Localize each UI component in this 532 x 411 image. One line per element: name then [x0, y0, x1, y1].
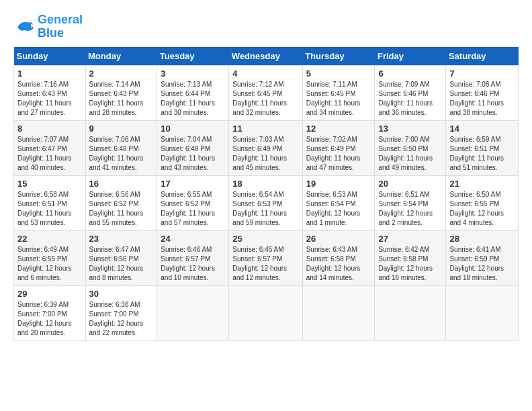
calendar-day: 4Sunrise: 7:12 AM Sunset: 6:45 PM Daylig… [229, 65, 302, 120]
calendar-day: 22Sunrise: 6:49 AM Sunset: 6:55 PM Dayli… [14, 230, 86, 285]
calendar-day: 10Sunrise: 7:04 AM Sunset: 6:48 PM Dayli… [157, 120, 229, 175]
calendar-day: 6Sunrise: 7:09 AM Sunset: 6:46 PM Daylig… [375, 65, 446, 120]
calendar-day: 11Sunrise: 7:03 AM Sunset: 6:49 PM Dayli… [229, 120, 302, 175]
calendar-day [229, 285, 302, 340]
calendar-day: 9Sunrise: 7:06 AM Sunset: 6:48 PM Daylig… [85, 120, 157, 175]
weekday-header: Monday [85, 47, 157, 66]
calendar-day: 18Sunrise: 6:54 AM Sunset: 6:53 PM Dayli… [229, 175, 302, 230]
calendar-day: 5Sunrise: 7:11 AM Sunset: 6:45 PM Daylig… [302, 65, 375, 120]
calendar-week-row: 15Sunrise: 6:58 AM Sunset: 6:51 PM Dayli… [14, 175, 519, 230]
calendar-week-row: 1Sunrise: 7:16 AM Sunset: 6:43 PM Daylig… [14, 65, 519, 120]
calendar-week-row: 29Sunrise: 6:39 AM Sunset: 7:00 PM Dayli… [14, 285, 519, 340]
calendar-day: 24Sunrise: 6:46 AM Sunset: 6:57 PM Dayli… [157, 230, 229, 285]
weekday-header: Thursday [302, 47, 375, 66]
calendar-table: SundayMondayTuesdayWednesdayThursdayFrid… [13, 47, 519, 341]
calendar-day: 2Sunrise: 7:14 AM Sunset: 6:43 PM Daylig… [85, 65, 157, 120]
page-header: General Blue [13, 13, 519, 40]
calendar-day: 1Sunrise: 7:16 AM Sunset: 6:43 PM Daylig… [14, 65, 86, 120]
calendar-day: 14Sunrise: 6:59 AM Sunset: 6:51 PM Dayli… [446, 120, 519, 175]
calendar-day: 23Sunrise: 6:47 AM Sunset: 6:56 PM Dayli… [85, 230, 157, 285]
calendar-day: 16Sunrise: 6:56 AM Sunset: 6:52 PM Dayli… [85, 175, 157, 230]
calendar-day [446, 285, 519, 340]
weekday-header: Wednesday [229, 47, 302, 66]
weekday-header: Sunday [14, 47, 86, 66]
calendar-day: 13Sunrise: 7:00 AM Sunset: 6:50 PM Dayli… [375, 120, 446, 175]
calendar-day: 12Sunrise: 7:02 AM Sunset: 6:49 PM Dayli… [302, 120, 375, 175]
calendar-day: 19Sunrise: 6:53 AM Sunset: 6:54 PM Dayli… [302, 175, 375, 230]
calendar-day [302, 285, 375, 340]
logo-text: General Blue [38, 13, 83, 40]
calendar-day: 7Sunrise: 7:08 AM Sunset: 6:46 PM Daylig… [446, 65, 519, 120]
weekday-header: Saturday [446, 47, 519, 66]
calendar-day [157, 285, 229, 340]
calendar-day: 25Sunrise: 6:45 AM Sunset: 6:57 PM Dayli… [229, 230, 302, 285]
calendar-day: 15Sunrise: 6:58 AM Sunset: 6:51 PM Dayli… [14, 175, 86, 230]
calendar-day: 28Sunrise: 6:41 AM Sunset: 6:59 PM Dayli… [446, 230, 519, 285]
weekday-header: Friday [375, 47, 446, 66]
calendar-day: 3Sunrise: 7:13 AM Sunset: 6:44 PM Daylig… [157, 65, 229, 120]
calendar-day: 8Sunrise: 7:07 AM Sunset: 6:47 PM Daylig… [14, 120, 86, 175]
calendar-day: 30Sunrise: 6:38 AM Sunset: 7:00 PM Dayli… [85, 285, 157, 340]
logo-icon [13, 16, 35, 38]
calendar-week-row: 22Sunrise: 6:49 AM Sunset: 6:55 PM Dayli… [14, 230, 519, 285]
logo: General Blue [13, 13, 83, 40]
calendar-day: 21Sunrise: 6:50 AM Sunset: 6:55 PM Dayli… [446, 175, 519, 230]
calendar-day: 17Sunrise: 6:55 AM Sunset: 6:52 PM Dayli… [157, 175, 229, 230]
calendar-day: 20Sunrise: 6:51 AM Sunset: 6:54 PM Dayli… [375, 175, 446, 230]
calendar-week-row: 8Sunrise: 7:07 AM Sunset: 6:47 PM Daylig… [14, 120, 519, 175]
weekday-header: Tuesday [157, 47, 229, 66]
calendar-day: 26Sunrise: 6:43 AM Sunset: 6:58 PM Dayli… [302, 230, 375, 285]
calendar-header-row: SundayMondayTuesdayWednesdayThursdayFrid… [14, 47, 519, 66]
calendar-day: 29Sunrise: 6:39 AM Sunset: 7:00 PM Dayli… [14, 285, 86, 340]
calendar-day: 27Sunrise: 6:42 AM Sunset: 6:58 PM Dayli… [375, 230, 446, 285]
calendar-day [375, 285, 446, 340]
